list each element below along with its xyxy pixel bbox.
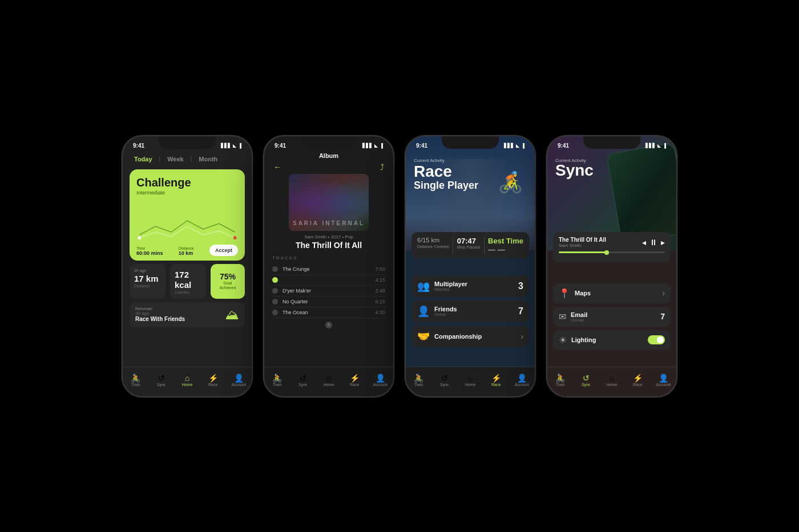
album-title: The Thrill Of It All: [264, 241, 393, 250]
phone1-tabs: Today | Week | Month: [123, 152, 252, 166]
activity-ago: 2h ago: [134, 269, 161, 273]
email-unread: 7: [660, 312, 665, 321]
reminder-icon: ⛰: [225, 307, 239, 323]
phone1-bottom-nav: 🚴 Train ↺ Sync ⌂ Home ⚡ Race 👤 Accou: [123, 367, 252, 396]
next-button[interactable]: ▸: [661, 238, 665, 247]
back-icon[interactable]: ←: [273, 163, 281, 172]
signal-icon: ▋▋▋: [221, 143, 231, 148]
account-icon: 👤: [234, 374, 244, 382]
multiplayer-card[interactable]: 👥 Multiplayer Matches 3: [411, 275, 529, 297]
phone-3: 9:41 ▋▋▋ ◣ ▐ Current Activity Race Singl…: [405, 135, 536, 397]
wifi-icon: ◣: [374, 143, 378, 148]
tab-week[interactable]: Week: [165, 155, 186, 164]
nav-home-2[interactable]: ⌂ Home: [316, 374, 341, 387]
track-item-5[interactable]: The Ocean 4:30: [272, 307, 385, 318]
train-icon-2: 🚴: [272, 374, 282, 382]
companionship-card[interactable]: 🤝 Companionship ›: [411, 326, 529, 347]
maps-icon: 📍: [559, 288, 570, 299]
maps-card[interactable]: 📍 Maps ›: [553, 283, 671, 303]
track-dur-4: 6:15: [375, 299, 385, 304]
nav-home-label-2: Home: [324, 383, 334, 387]
nav-account-3[interactable]: 👤 Account: [509, 374, 535, 387]
phone3-status-icons: ▋▋▋ ◣ ▐: [504, 143, 524, 148]
email-card[interactable]: ✉ Email Unread 7: [553, 307, 671, 327]
nav-account[interactable]: 👤 Account: [226, 374, 252, 387]
tab-month[interactable]: Month: [196, 155, 220, 164]
nav-train-label-4: Train: [556, 383, 565, 387]
nav-account-2[interactable]: 👤 Account: [368, 374, 393, 387]
tab-today[interactable]: Today: [132, 155, 155, 164]
track-artist: Sam Smith: [559, 243, 606, 248]
accept-button[interactable]: Accept: [209, 245, 238, 256]
nav-train-4[interactable]: 🚴 Train: [547, 374, 573, 387]
nav-home[interactable]: ⌂ Home: [174, 374, 200, 387]
add-tracks-button[interactable]: +: [325, 322, 332, 328]
progress-pct: 75%: [220, 272, 236, 281]
nav-train-2[interactable]: 🚴 Train: [264, 374, 290, 387]
track-item-3[interactable]: D'yer Mak'er 3:48: [272, 286, 385, 297]
nav-sync-label-2: Sync: [298, 383, 308, 387]
maps-title: Maps: [575, 290, 591, 297]
nav-sync-3[interactable]: ↺ Sync: [431, 374, 457, 387]
nav-sync-2[interactable]: ↺ Sync: [290, 374, 316, 387]
best-time-val: — —: [488, 245, 523, 254]
nav-sync-label: Sync: [157, 383, 166, 387]
nav-account-4[interactable]: 👤 Account: [651, 374, 676, 387]
track-dot-1: [272, 266, 278, 272]
pause-button[interactable]: ⏸: [649, 238, 657, 247]
track-dot-playing: [272, 277, 278, 283]
nav-train-3[interactable]: 🚴 Train: [406, 374, 431, 387]
track-item-1[interactable]: The Crunge 7:59: [272, 264, 385, 275]
prev-button[interactable]: ◂: [642, 238, 646, 247]
nav-train[interactable]: 🚴 Train: [123, 374, 148, 387]
phone4-status-bar: 9:41 ▋▋▋ ◣ ▐: [547, 136, 676, 152]
sync-icon: ↺: [158, 374, 165, 382]
phone2-bottom-nav: 🚴 Train ↺ Sync ⌂ Home ⚡ Race 👤 Accou: [264, 367, 393, 396]
phone-2: 9:41 ▋▋▋ ◣ ▐ Album ← ⤴ SARIA INTERNAL Sa…: [263, 135, 394, 397]
best-time-label: Best Time: [488, 237, 523, 245]
calories-card: 172 kcal Calories: [170, 264, 206, 299]
lighting-card[interactable]: ☀ Lighting: [553, 330, 671, 350]
track-dot-3: [272, 288, 278, 294]
sync-hero-title: Sync: [555, 161, 594, 180]
album-meta: Sam Smith • 2017 • Pop The Thrill Of It …: [264, 234, 393, 250]
lighting-title: Lighting: [571, 336, 596, 343]
cyclist-icon: 🚴: [498, 170, 523, 194]
nav-race-3[interactable]: ⚡ Race: [483, 374, 509, 387]
signal-icon-4: ▋▋▋: [645, 143, 656, 148]
phone1-status-bar: 9:41 ▋▋▋ ◣ ▐: [123, 136, 252, 152]
lighting-toggle[interactable]: [648, 335, 665, 344]
friends-label: Online: [434, 312, 457, 316]
nav-race-4[interactable]: ⚡ Race: [625, 374, 651, 387]
phone1-time: 9:41: [133, 143, 144, 149]
progress-fill: [559, 251, 607, 253]
nav-race-2[interactable]: ⚡ Race: [342, 374, 368, 387]
track-item-4[interactable]: No Quarter 6:15: [272, 297, 385, 307]
time-val: 60:00 mins: [136, 250, 163, 256]
phone4-time: 9:41: [558, 143, 569, 149]
challenge-card: Challenge Intermediate Time 60:00 mins: [130, 169, 245, 261]
companionship-icon: 🤝: [417, 330, 430, 343]
lighting-icon: ☀: [559, 335, 567, 346]
share-icon[interactable]: ⤴: [380, 163, 384, 172]
nav-race[interactable]: ⚡ Race: [200, 374, 226, 387]
track-item-2[interactable]: 4:15: [272, 275, 385, 286]
nav-sync[interactable]: ↺ Sync: [148, 374, 174, 387]
home-icon-3: ⌂: [468, 374, 473, 382]
multiplayer-label: Matches: [434, 287, 467, 291]
nav-home-3[interactable]: ⌂ Home: [457, 374, 483, 387]
friends-card[interactable]: 👤 Friends Online 7: [411, 300, 529, 322]
svg-point-0: [138, 236, 142, 239]
progress-label: Goal Achieved: [215, 281, 240, 290]
nav-sync-4[interactable]: ↺ Sync: [573, 374, 599, 387]
nav-home-label-3: Home: [465, 383, 476, 387]
dist-val: 10 km: [179, 250, 194, 256]
nav-home-4[interactable]: ⌂ Home: [599, 374, 624, 387]
sync-icon-2: ↺: [300, 374, 306, 382]
nav-home-label: Home: [182, 383, 193, 387]
race-icon-2: ⚡: [350, 374, 360, 382]
album-artwork: SARIA INTERNAL: [289, 174, 369, 231]
reminder-card: Reminder 3h ago Race With Friends ⛰: [130, 302, 245, 327]
home-icon-4: ⌂: [610, 374, 614, 382]
phone-4: 9:41 ▋▋▋ ◣ ▐ Current Activity Sync The T…: [546, 135, 677, 397]
